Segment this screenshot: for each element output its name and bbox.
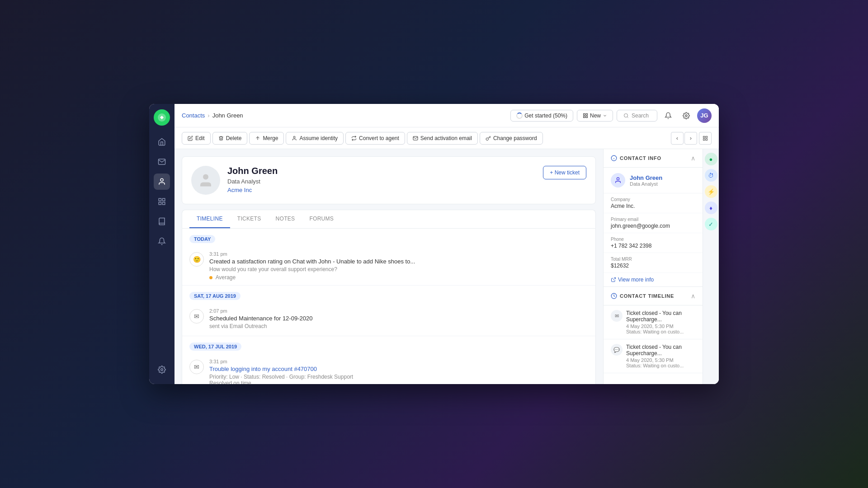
detail-avatar — [611, 173, 625, 188]
phone-label: Phone — [611, 237, 695, 242]
svg-rect-19 — [703, 139, 705, 141]
delete-button[interactable]: Delete — [212, 132, 248, 145]
phone-field: Phone +1 782 342 2398 — [604, 233, 703, 253]
info-icon — [611, 155, 617, 161]
edit-icon — [188, 136, 193, 141]
ct-status-2: Status: Waiting on custo... — [626, 363, 695, 368]
sidebar-item-bell[interactable] — [154, 233, 170, 249]
svg-rect-10 — [583, 116, 585, 118]
sidebar-item-home[interactable] — [154, 134, 170, 150]
delete-label: Delete — [226, 135, 242, 141]
rp-icon-check[interactable]: ✓ — [705, 218, 717, 230]
svg-point-20 — [203, 174, 208, 180]
sidebar-item-settings[interactable] — [154, 361, 170, 378]
sidebar-item-reports[interactable] — [154, 193, 170, 210]
svg-rect-16 — [703, 136, 705, 138]
sat-badge: SAT, 17 AUG 2019 — [189, 292, 241, 300]
right-icon-strip: ● ⏱ ⚡ ♦ ✓ — [703, 149, 719, 384]
today-badge: TODAY — [189, 235, 215, 243]
apps-icon — [683, 112, 690, 119]
email-icon-2: ✉ — [189, 360, 204, 374]
nav-next-button[interactable]: › — [684, 132, 697, 145]
contact-name: John Green — [227, 166, 536, 176]
notifications-button[interactable] — [661, 108, 675, 123]
app-logo[interactable] — [154, 109, 170, 126]
timeline-item: ✉ 2:07 pm Scheduled Maintenance for 12-0… — [182, 304, 595, 336]
svg-rect-5 — [159, 202, 161, 205]
collapse-timeline-button[interactable]: ∧ — [691, 292, 695, 300]
timeline-title: Created a satisfaction rating on Chat wi… — [209, 258, 588, 265]
merge-button[interactable]: Merge — [249, 132, 284, 145]
contact-company[interactable]: Acme Inc — [227, 187, 536, 193]
timeline-meta: Priority: Low · Status: Resolved · Group… — [209, 374, 588, 380]
rp-icon-clock[interactable]: ⏱ — [705, 169, 717, 182]
search-icon — [623, 113, 629, 118]
rp-icon-freshdesk[interactable]: ● — [705, 153, 717, 165]
rp-icon-diamond[interactable]: ♦ — [705, 202, 717, 214]
identity-icon — [292, 136, 297, 141]
timeline-sub: sent via Email Outreach — [209, 323, 588, 329]
timeline-title: Scheduled Maintenance for 12-09-2020 — [209, 315, 588, 322]
rating-dot — [209, 276, 212, 279]
svg-point-1 — [160, 178, 163, 181]
progress-ring-icon — [516, 113, 523, 119]
collapse-contact-info-button[interactable]: ∧ — [691, 155, 695, 162]
contact-avatar — [191, 166, 220, 195]
sidebar-item-contacts[interactable] — [154, 174, 170, 190]
timeline-rating: Average — [209, 274, 588, 281]
apps-button[interactable] — [679, 108, 693, 123]
timeline-item: ✉ 3:31 pm Trouble logging into my accoun… — [182, 354, 595, 384]
tab-timeline[interactable]: TIMELINE — [189, 210, 230, 228]
nav-prev-button[interactable]: ‹ — [671, 132, 684, 145]
new-button[interactable]: New — [577, 110, 613, 122]
rp-icon-alert[interactable]: ⚡ — [705, 185, 717, 198]
change-password-button[interactable]: Change password — [480, 132, 543, 145]
grid-view-button[interactable] — [699, 132, 712, 145]
ct-ticket-icon: ✉ — [611, 310, 623, 322]
tab-notes[interactable]: NOTES — [269, 210, 302, 228]
email-label: Primary email — [611, 217, 695, 222]
view-more-link[interactable]: View more info — [611, 277, 695, 283]
send-activation-email-button[interactable]: Send activation email — [407, 132, 478, 145]
search-button[interactable]: Search — [617, 110, 657, 122]
convert-to-agent-button[interactable]: Convert to agent — [345, 132, 405, 145]
timeline-sub: How would you rate your overall support … — [209, 266, 588, 272]
user-avatar[interactable]: JG — [697, 108, 712, 123]
new-ticket-button[interactable]: + New ticket — [543, 166, 586, 179]
ct-title-2: Ticket closed - You can Supercharge... — [626, 344, 695, 357]
contact-role: Data Analyst — [227, 178, 536, 185]
edit-button[interactable]: Edit — [182, 132, 211, 145]
tab-forums[interactable]: FORUMS — [302, 210, 341, 228]
mrr-value: $12632 — [611, 263, 695, 269]
chevron-down-icon — [603, 113, 607, 118]
phone-value: +1 782 342 2398 — [611, 243, 695, 249]
timeline-item-content: 2:07 pm Scheduled Maintenance for 12-09-… — [209, 308, 588, 331]
external-link-icon — [611, 277, 616, 282]
new-icon — [583, 113, 588, 118]
ct-item-content-2: Ticket closed - You can Supercharge... 4… — [626, 344, 695, 368]
assume-identity-button[interactable]: Assume identity — [286, 132, 344, 145]
ct-title: Ticket closed - You can Supercharge... — [626, 310, 695, 323]
get-started-button[interactable]: Get started (50%) — [510, 110, 573, 122]
sidebar-item-knowledge[interactable] — [154, 213, 170, 230]
timeline-container: TODAY 🙂 3:31 pm Created a satisfaction r… — [182, 228, 596, 384]
svg-point-13 — [685, 115, 687, 117]
ct-status: Status: Waiting on custo... — [626, 329, 695, 334]
tab-tickets[interactable]: TICKETS — [230, 210, 269, 228]
view-more-label: View more info — [618, 277, 654, 283]
timeline-title-link[interactable]: Trouble logging into my account #470700 — [209, 366, 588, 372]
sidebar-item-inbox[interactable] — [154, 154, 170, 170]
svg-point-24 — [617, 178, 619, 180]
svg-rect-17 — [706, 136, 708, 138]
smiley-icon: 🙂 — [189, 252, 204, 267]
svg-rect-8 — [586, 113, 588, 115]
header-actions: Get started (50%) New Search JG — [510, 108, 712, 123]
detail-contact-name[interactable]: John Green — [630, 174, 662, 181]
timeline-item-content: 3:31 pm Trouble logging into my account … — [209, 359, 588, 384]
contact-card: John Green Data Analyst Acme Inc + New t… — [182, 156, 596, 204]
breadcrumb-contacts[interactable]: Contacts — [182, 112, 205, 119]
change-password-label: Change password — [493, 135, 537, 141]
edit-label: Edit — [195, 135, 205, 141]
bell-icon — [665, 112, 672, 119]
svg-rect-4 — [163, 202, 165, 205]
